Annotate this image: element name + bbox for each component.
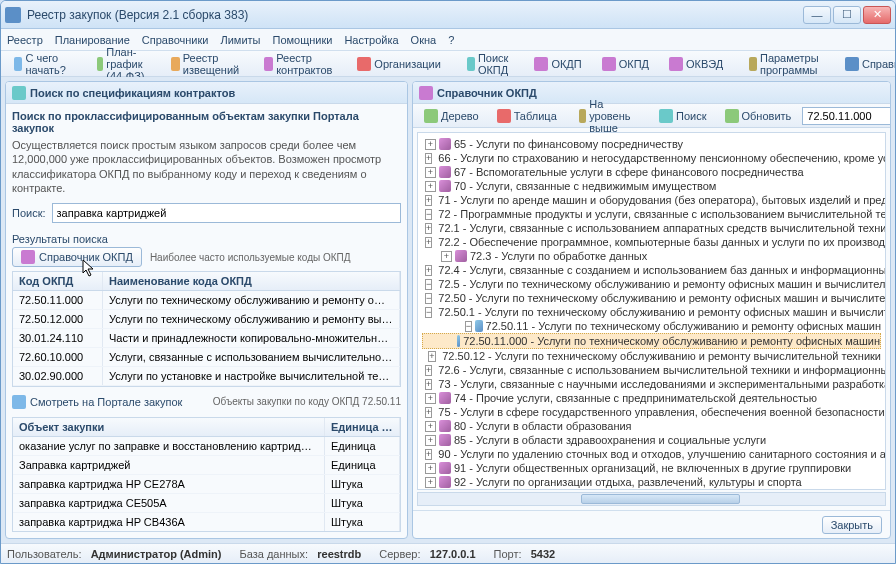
collapse-icon[interactable]: − — [425, 307, 432, 318]
tree-node[interactable]: +85 - Услуги в области здравоохранения и… — [422, 433, 881, 447]
expand-icon[interactable]: + — [425, 393, 436, 404]
toolbar-Реестр контрактов[interactable]: Реестр контрактов — [257, 49, 344, 79]
expand-icon[interactable]: + — [425, 167, 436, 178]
tree-node[interactable]: −72 - Программные продукты и услуги, свя… — [422, 207, 881, 221]
menu-Окна[interactable]: Окна — [411, 34, 437, 46]
expand-icon[interactable]: + — [425, 153, 432, 164]
col-code[interactable]: Код ОКПД — [13, 272, 103, 290]
tree-node[interactable]: +73 - Услуги, связанные с научными иссле… — [422, 377, 881, 391]
table-row[interactable]: 72.50.11.000Услуги по техническому обслу… — [13, 291, 400, 310]
expand-icon[interactable]: + — [425, 421, 436, 432]
toolbar-ОКВЭД[interactable]: ОКВЭД — [662, 54, 730, 74]
toolbar-С чего начать?[interactable]: С чего начать? — [7, 49, 78, 79]
table-row[interactable]: заправка картриджа HP CE278AШтука — [13, 475, 400, 494]
code-input[interactable] — [802, 107, 891, 125]
tree-node[interactable]: +72.6 - Услуги, связанные с использовани… — [422, 363, 881, 377]
portal-link[interactable]: Смотреть на Портале закупок — [12, 391, 182, 413]
expand-icon[interactable]: + — [428, 351, 435, 362]
tree-node[interactable]: +91 - Услуги общественных организаций, н… — [422, 461, 881, 475]
tree-node[interactable]: +71 - Услуги по аренде машин и оборудова… — [422, 193, 881, 207]
okpd-directory-button[interactable]: Справочник ОКПД — [12, 247, 142, 267]
tree-node[interactable]: −72.50.11 - Услуги по техническому обслу… — [422, 319, 881, 333]
col-unit[interactable]: Единица изм — [325, 418, 400, 436]
tree-node[interactable]: +72.4 - Услуги, связанные с созданием и … — [422, 263, 881, 277]
table-row[interactable]: оказание услуг по заправке и восстановле… — [13, 437, 400, 456]
expand-icon[interactable]: + — [441, 251, 452, 262]
tree-node[interactable]: +70 - Услуги, связанные с недвижимым иму… — [422, 179, 881, 193]
tree-node[interactable]: −72.5 - Услуги по техническому обслужива… — [422, 277, 881, 291]
tree-node[interactable]: −72.50 - Услуги по техническому обслужив… — [422, 291, 881, 305]
menu-Лимиты[interactable]: Лимиты — [220, 34, 260, 46]
expand-icon[interactable]: + — [425, 365, 432, 376]
expand-icon[interactable]: + — [425, 265, 432, 276]
okpd-tree[interactable]: +65 - Услуги по финансовому посредничест… — [417, 132, 886, 490]
tree-node[interactable]: +72.3 - Услуги по обработке данных — [422, 249, 881, 263]
table-row[interactable]: заправка картриджа CE505AШтука — [13, 494, 400, 513]
tree-node[interactable]: +72.50.12 - Услуги по техническому обслу… — [422, 349, 881, 363]
table-row[interactable]: Заправка картриджейЕдиница — [13, 456, 400, 475]
search-input[interactable] — [52, 203, 401, 223]
tree-node[interactable]: +66 - Услуги по страхованию и негосударс… — [422, 151, 881, 165]
toolbar-Поиск ОКПД[interactable]: Поиск ОКПД — [460, 49, 521, 79]
tree-search-button[interactable]: Поиск — [652, 106, 713, 126]
tree-node[interactable]: +75 - Услуги в сфере государственного уп… — [422, 405, 881, 419]
expand-icon[interactable]: + — [425, 435, 436, 446]
table-view-button[interactable]: Таблица — [490, 106, 564, 126]
menu-Помощники[interactable]: Помощники — [272, 34, 332, 46]
collapse-icon[interactable]: − — [425, 209, 432, 220]
tree-node[interactable]: +65 - Услуги по финансовому посредничест… — [422, 137, 881, 151]
close-panel-button[interactable]: Закрыть — [822, 516, 882, 534]
expand-icon[interactable]: + — [425, 195, 432, 206]
tree-node[interactable]: +74 - Прочие услуги, связанные с предпри… — [422, 391, 881, 405]
collapse-icon[interactable]: − — [425, 279, 432, 290]
table-row[interactable]: заправка картриджа HP CB436AШтука — [13, 513, 400, 532]
toolbar-Справка[interactable]: Справка — [838, 54, 896, 74]
hint-text: Наиболее часто используемые коды ОКПД — [150, 252, 351, 263]
col-name[interactable]: Наименование кода ОКПД — [103, 272, 400, 290]
table-row[interactable]: 30.01.24.110Части и принадлежности копир… — [13, 329, 400, 348]
col-object[interactable]: Объект закупки — [13, 418, 325, 436]
collapse-icon[interactable]: − — [465, 321, 473, 332]
close-button[interactable]: ✕ — [863, 6, 891, 24]
expand-icon[interactable]: + — [425, 477, 436, 488]
up-icon — [579, 109, 586, 123]
toolbar-ОКПД[interactable]: ОКПД — [595, 54, 656, 74]
table-row[interactable]: 72.60.10.000Услуги, связанные с использо… — [13, 348, 400, 367]
expand-icon[interactable]: + — [425, 407, 432, 418]
table-row[interactable]: 30.02.90.000Услуги по установке и настро… — [13, 367, 400, 386]
menu-?[interactable]: ? — [448, 34, 454, 46]
expand-icon[interactable]: + — [425, 181, 436, 192]
refresh-button[interactable]: Обновить — [718, 106, 799, 126]
h-scrollbar[interactable] — [417, 492, 886, 506]
expand-icon[interactable]: + — [425, 449, 432, 460]
collapse-icon[interactable]: − — [425, 293, 432, 304]
toolbar-Параметры программы[interactable]: Параметры программы — [742, 49, 832, 79]
table-row[interactable]: 72.50.12.000Услуги по техническому обслу… — [13, 310, 400, 329]
expand-icon[interactable]: + — [425, 223, 432, 234]
expand-icon[interactable]: + — [425, 237, 432, 248]
tree-node[interactable]: −72.50.1 - Услуги по техническому обслуж… — [422, 305, 881, 319]
toolbar-Реестр извещений[interactable]: Реестр извещений — [164, 49, 251, 79]
tree-node[interactable]: +72.1 - Услуги, связанные с использовани… — [422, 221, 881, 235]
tree-node[interactable]: +80 - Услуги в области образования — [422, 419, 881, 433]
tree-node[interactable]: +72.2 - Обеспечение программное, компьют… — [422, 235, 881, 249]
app-window: Реестр закупок (Версия 2.1 сборка 383) —… — [0, 0, 896, 564]
tree-node[interactable]: 72.50.11.000 - Услуги по техническому об… — [422, 333, 881, 349]
toolbar-ОКДП[interactable]: ОКДП — [527, 54, 588, 74]
statusbar: Пользователь: Администратор (Admin) База… — [1, 543, 895, 563]
tree-view-button[interactable]: Дерево — [417, 106, 486, 126]
toolbar-icon — [97, 57, 103, 71]
tree-node[interactable]: +90 - Услуги по удалению сточных вод и о… — [422, 447, 881, 461]
scroll-thumb[interactable] — [581, 494, 740, 504]
expand-icon[interactable]: + — [425, 139, 436, 150]
expand-icon[interactable]: + — [425, 463, 436, 474]
maximize-button[interactable]: ☐ — [833, 6, 861, 24]
toolbar-Организации[interactable]: Организации — [350, 54, 448, 74]
minimize-button[interactable]: — — [803, 6, 831, 24]
menu-Настройка[interactable]: Настройка — [344, 34, 398, 46]
tree-node[interactable]: +93 - Услуги персональные прочие — [422, 489, 881, 490]
menu-Реестр[interactable]: Реестр — [7, 34, 43, 46]
tree-node[interactable]: +92 - Услуги по организации отдыха, разв… — [422, 475, 881, 489]
tree-node[interactable]: +67 - Вспомогательные услуги в сфере фин… — [422, 165, 881, 179]
expand-icon[interactable]: + — [425, 379, 432, 390]
